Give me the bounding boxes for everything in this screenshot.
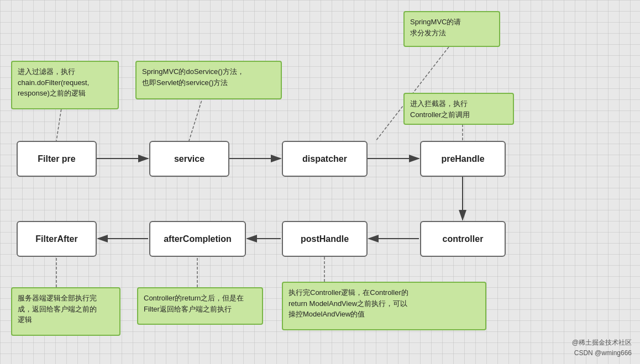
annot-box-aftercompletion: Controller的return之后，但是在Filter返回给客户端之前执行 bbox=[137, 287, 263, 325]
flow-box-prehandle: preHandle bbox=[420, 141, 506, 177]
svg-line-9 bbox=[189, 97, 203, 141]
flow-box-controller: controller bbox=[420, 221, 506, 257]
annot-box-posthandle: 执行完Controller逻辑，在Controller的return Model… bbox=[282, 282, 486, 330]
annot-box-dispatcher: SpringMVC的请求分发方法 bbox=[403, 11, 500, 47]
annot-box-filterafter: 服务器端逻辑全部执行完成，返回给客户端之前的逻辑 bbox=[11, 287, 120, 336]
flow-box-service: service bbox=[149, 141, 229, 177]
diagram-container: Filter pre service dispatcher preHandle … bbox=[0, 0, 640, 364]
flow-box-filterafter: FilterAfter bbox=[17, 221, 97, 257]
flow-box-aftercompletion: afterCompletion bbox=[149, 221, 246, 257]
annot-box-prehandle: 进入拦截器，执行Controller之前调用 bbox=[403, 93, 514, 125]
annot-box-service: SpringMVC的doService()方法，也即Servlet的servic… bbox=[135, 61, 282, 99]
flow-box-posthandle: postHandle bbox=[282, 221, 368, 257]
flow-box-dispatcher: dispatcher bbox=[282, 141, 368, 177]
flow-box-filter-pre: Filter pre bbox=[17, 141, 97, 177]
watermark: @稀土掘金技术社区 CSDN @wming666 bbox=[572, 337, 632, 358]
svg-line-8 bbox=[56, 105, 62, 141]
annot-box-filter-pre: 进入过滤器，执行chain.doFilter(request,response)… bbox=[11, 61, 119, 109]
